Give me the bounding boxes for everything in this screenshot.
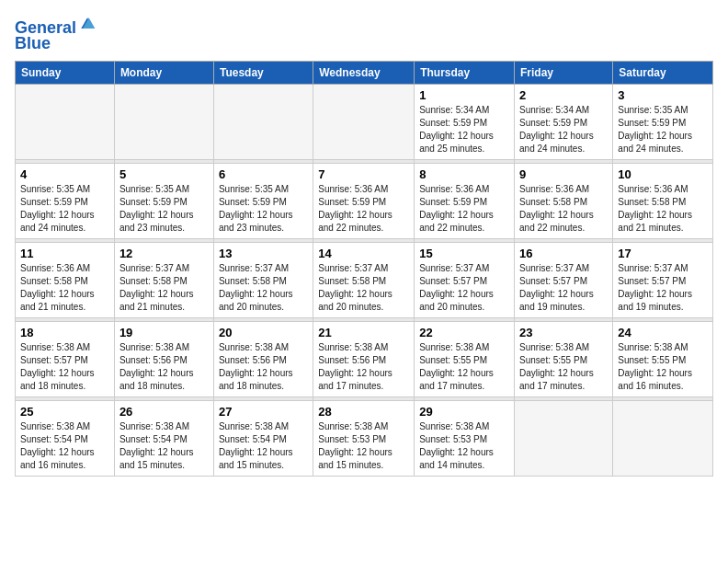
calendar-cell: 16Sunrise: 5:37 AMSunset: 5:57 PMDayligh… (515, 242, 613, 317)
calendar-cell: 7Sunrise: 5:36 AMSunset: 5:59 PMDaylight… (313, 163, 415, 238)
calendar-cell: 29Sunrise: 5:38 AMSunset: 5:53 PMDayligh… (415, 400, 515, 476)
calendar-cell: 27Sunrise: 5:38 AMSunset: 5:54 PMDayligh… (213, 400, 313, 476)
day-info: Sunrise: 5:38 AMSunset: 5:55 PMDaylight:… (618, 341, 708, 393)
day-info: Sunrise: 5:34 AMSunset: 5:59 PMDaylight:… (519, 104, 608, 155)
calendar-cell: 3Sunrise: 5:35 AMSunset: 5:59 PMDaylight… (613, 84, 713, 159)
day-info: Sunrise: 5:38 AMSunset: 5:53 PMDaylight:… (419, 420, 509, 472)
calendar-cell (114, 84, 213, 159)
calendar-cell: 1Sunrise: 5:34 AMSunset: 5:59 PMDaylight… (415, 84, 515, 159)
calendar-cell: 8Sunrise: 5:36 AMSunset: 5:59 PMDaylight… (415, 163, 515, 238)
day-info: Sunrise: 5:38 AMSunset: 5:55 PMDaylight:… (419, 341, 509, 393)
day-number: 12 (119, 247, 209, 260)
calendar-cell (16, 84, 115, 159)
calendar-cell: 25Sunrise: 5:38 AMSunset: 5:54 PMDayligh… (16, 400, 115, 476)
day-number: 21 (318, 326, 409, 339)
calendar-cell: 9Sunrise: 5:36 AMSunset: 5:58 PMDaylight… (515, 163, 613, 238)
calendar-week-row: 11Sunrise: 5:36 AMSunset: 5:58 PMDayligh… (16, 242, 713, 317)
day-info: Sunrise: 5:35 AMSunset: 5:59 PMDaylight:… (20, 183, 109, 235)
day-number: 14 (318, 247, 409, 260)
day-number: 5 (119, 167, 209, 181)
day-number: 26 (119, 405, 209, 419)
day-number: 13 (219, 247, 308, 260)
day-info: Sunrise: 5:36 AMSunset: 5:58 PMDaylight:… (519, 183, 608, 235)
calendar-cell: 19Sunrise: 5:38 AMSunset: 5:56 PMDayligh… (114, 321, 213, 396)
day-number: 22 (419, 326, 509, 339)
day-number: 18 (20, 326, 109, 339)
day-info: Sunrise: 5:36 AMSunset: 5:58 PMDaylight:… (618, 183, 708, 235)
day-number: 29 (419, 405, 509, 419)
calendar-cell (313, 84, 415, 159)
calendar-cell: 13Sunrise: 5:37 AMSunset: 5:58 PMDayligh… (213, 242, 313, 317)
day-info: Sunrise: 5:38 AMSunset: 5:53 PMDaylight:… (318, 420, 409, 472)
day-number: 2 (519, 88, 608, 102)
day-info: Sunrise: 5:38 AMSunset: 5:56 PMDaylight:… (318, 341, 409, 393)
col-header-saturday: Saturday (613, 61, 713, 84)
day-info: Sunrise: 5:37 AMSunset: 5:57 PMDaylight:… (519, 262, 608, 314)
col-header-monday: Monday (114, 61, 213, 84)
day-info: Sunrise: 5:35 AMSunset: 5:59 PMDaylight:… (119, 183, 209, 235)
day-number: 28 (318, 405, 409, 419)
calendar-cell: 12Sunrise: 5:37 AMSunset: 5:58 PMDayligh… (114, 242, 213, 317)
calendar-cell: 5Sunrise: 5:35 AMSunset: 5:59 PMDaylight… (114, 163, 213, 238)
calendar-cell (213, 84, 313, 159)
day-info: Sunrise: 5:37 AMSunset: 5:57 PMDaylight:… (618, 262, 708, 314)
day-number: 20 (219, 326, 308, 339)
day-number: 16 (519, 247, 608, 260)
day-number: 15 (419, 247, 509, 260)
day-number: 19 (119, 326, 209, 339)
day-info: Sunrise: 5:38 AMSunset: 5:54 PMDaylight:… (219, 420, 308, 472)
col-header-thursday: Thursday (415, 61, 515, 84)
calendar-cell: 18Sunrise: 5:38 AMSunset: 5:57 PMDayligh… (16, 321, 115, 396)
calendar-cell: 23Sunrise: 5:38 AMSunset: 5:55 PMDayligh… (515, 321, 613, 396)
calendar-cell: 15Sunrise: 5:37 AMSunset: 5:57 PMDayligh… (415, 242, 515, 317)
calendar-cell: 28Sunrise: 5:38 AMSunset: 5:53 PMDayligh… (313, 400, 415, 476)
day-info: Sunrise: 5:38 AMSunset: 5:56 PMDaylight:… (119, 341, 209, 393)
day-number: 7 (318, 167, 409, 181)
calendar-cell: 4Sunrise: 5:35 AMSunset: 5:59 PMDaylight… (16, 163, 115, 238)
day-info: Sunrise: 5:37 AMSunset: 5:58 PMDaylight:… (119, 262, 209, 314)
day-info: Sunrise: 5:38 AMSunset: 5:56 PMDaylight:… (219, 341, 308, 393)
day-number: 17 (618, 247, 708, 260)
calendar-cell: 2Sunrise: 5:34 AMSunset: 5:59 PMDaylight… (515, 84, 613, 159)
calendar-week-row: 25Sunrise: 5:38 AMSunset: 5:54 PMDayligh… (16, 400, 713, 476)
day-number: 11 (20, 247, 109, 260)
day-info: Sunrise: 5:34 AMSunset: 5:59 PMDaylight:… (419, 104, 509, 155)
calendar-cell (613, 400, 713, 476)
calendar-week-row: 4Sunrise: 5:35 AMSunset: 5:59 PMDaylight… (16, 163, 713, 238)
calendar-cell: 21Sunrise: 5:38 AMSunset: 5:56 PMDayligh… (313, 321, 415, 396)
day-info: Sunrise: 5:37 AMSunset: 5:58 PMDaylight:… (219, 262, 308, 314)
calendar-week-row: 18Sunrise: 5:38 AMSunset: 5:57 PMDayligh… (16, 321, 713, 396)
day-number: 4 (20, 167, 109, 181)
page-header: General Blue (15, 15, 713, 53)
col-header-friday: Friday (515, 61, 613, 84)
calendar-header-row: SundayMondayTuesdayWednesdayThursdayFrid… (16, 61, 713, 84)
calendar-cell: 14Sunrise: 5:37 AMSunset: 5:58 PMDayligh… (313, 242, 415, 317)
day-number: 24 (618, 326, 708, 339)
day-info: Sunrise: 5:36 AMSunset: 5:59 PMDaylight:… (419, 183, 509, 235)
day-number: 6 (219, 167, 308, 181)
day-info: Sunrise: 5:38 AMSunset: 5:54 PMDaylight:… (20, 420, 109, 472)
day-number: 1 (419, 88, 509, 102)
day-number: 8 (419, 167, 509, 181)
day-info: Sunrise: 5:38 AMSunset: 5:54 PMDaylight:… (119, 420, 209, 472)
calendar-table: SundayMondayTuesdayWednesdayThursdayFrid… (15, 61, 713, 477)
day-number: 27 (219, 405, 308, 419)
calendar-cell: 6Sunrise: 5:35 AMSunset: 5:59 PMDaylight… (213, 163, 313, 238)
day-info: Sunrise: 5:35 AMSunset: 5:59 PMDaylight:… (618, 104, 708, 155)
calendar-cell: 20Sunrise: 5:38 AMSunset: 5:56 PMDayligh… (213, 321, 313, 396)
day-info: Sunrise: 5:37 AMSunset: 5:58 PMDaylight:… (318, 262, 409, 314)
calendar-cell: 11Sunrise: 5:36 AMSunset: 5:58 PMDayligh… (16, 242, 115, 317)
calendar-week-row: 1Sunrise: 5:34 AMSunset: 5:59 PMDaylight… (16, 84, 713, 159)
calendar-cell (515, 400, 613, 476)
day-info: Sunrise: 5:37 AMSunset: 5:57 PMDaylight:… (419, 262, 509, 314)
day-info: Sunrise: 5:38 AMSunset: 5:55 PMDaylight:… (519, 341, 608, 393)
col-header-tuesday: Tuesday (213, 61, 313, 84)
day-number: 9 (519, 167, 608, 181)
calendar-cell: 17Sunrise: 5:37 AMSunset: 5:57 PMDayligh… (613, 242, 713, 317)
col-header-sunday: Sunday (16, 61, 115, 84)
day-number: 25 (20, 405, 109, 419)
logo: General Blue (15, 15, 97, 53)
day-number: 3 (618, 88, 708, 102)
col-header-wednesday: Wednesday (313, 61, 415, 84)
day-number: 10 (618, 167, 708, 181)
